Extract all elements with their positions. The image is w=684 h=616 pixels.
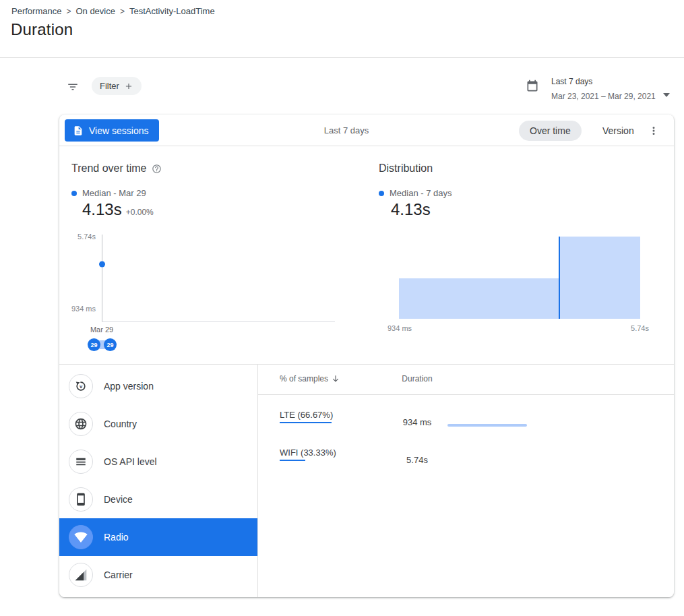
duration-card: View sessions Last 7 days Over time Vers… (59, 115, 674, 597)
breakdown-table-header: % of samples Duration (258, 365, 674, 395)
svg-text:v: v (80, 383, 83, 390)
sidebar-item-radio[interactable]: Radio (59, 518, 257, 556)
breadcrumb: Performance > On device > TestActivity-L… (11, 6, 215, 16)
sidebar-item-device[interactable]: Device (59, 481, 257, 518)
help-icon[interactable] (152, 164, 162, 174)
breadcrumb-trace-name: TestActivity-LoadTime (129, 6, 215, 16)
tab-version[interactable]: Version (592, 121, 645, 141)
histogram-bar-wifi (559, 237, 640, 319)
date-preset-label: Last 7 days (551, 77, 592, 86)
breakdown-sidebar: v App version Country OS API level (59, 365, 258, 597)
sidebar-item-carrier[interactable]: Carrier (59, 556, 257, 594)
trend-median-value: 4.13s +0.00% (82, 200, 154, 219)
globe-icon (69, 412, 93, 436)
date-range-label: Mar 23, 2021 – Mar 29, 2021 (551, 92, 656, 101)
sidebar-item-country[interactable]: Country (59, 405, 257, 443)
trend-section-title: Trend over time (71, 162, 162, 175)
api-level-icon (69, 450, 93, 474)
trend-value-text: 4.13s (82, 200, 122, 219)
device-icon (69, 487, 93, 512)
date-range-picker[interactable]: Last 7 days Mar 23, 2021 – Mar 29, 2021 (522, 71, 674, 105)
sidebar-item-label: App version (104, 381, 154, 392)
sidebar-item-app-version[interactable]: v App version (59, 367, 257, 405)
histogram-bar-lte (399, 278, 559, 319)
duration-range-bar (447, 424, 527, 427)
sidebar-item-os-api-level[interactable]: OS API level (59, 443, 257, 481)
trend-y-axis-max: 5.74s (63, 233, 96, 241)
legend-dot-icon (71, 191, 77, 196)
legend-dot-icon (379, 191, 384, 196)
filter-chip[interactable]: Filter (92, 77, 142, 95)
distribution-legend-label: Median - 7 days (390, 188, 452, 198)
sidebar-item-label: Carrier (104, 569, 133, 580)
sidebar-item-label: Device (104, 494, 133, 505)
trend-line-chart (102, 235, 335, 322)
sort-arrow-down-icon (331, 374, 340, 383)
histogram-median-line (559, 237, 560, 319)
page-title: Duration (11, 20, 73, 39)
trend-y-axis-min: 934 ms (63, 305, 96, 313)
distribution-section-title: Distribution (379, 162, 433, 175)
trend-x-tick-label: Mar 29 (82, 326, 122, 334)
column-header-duration: Duration (394, 374, 441, 383)
breakdown-section: v App version Country OS API level (59, 364, 674, 597)
samples-percent-bar (280, 460, 357, 461)
samples-header-label: % of samples (280, 374, 328, 383)
sidebar-item-label: Radio (104, 532, 129, 543)
breakdown-table: % of samples Duration LTE (66.67%) 934 m… (258, 365, 674, 597)
header-divider (0, 57, 684, 58)
breadcrumb-separator: > (120, 7, 125, 16)
card-header: View sessions Last 7 days Over time Vers… (59, 115, 674, 146)
trend-delta-badge: +0.00% (126, 208, 154, 217)
radio-wifi-icon (69, 525, 93, 549)
overflow-menu-icon[interactable] (644, 121, 663, 140)
trend-legend-label: Median - Mar 29 (82, 188, 146, 198)
filter-list-icon[interactable] (64, 78, 82, 96)
timeline-range-handle-end[interactable]: 29 (104, 338, 117, 351)
card-period-label: Last 7 days (324, 125, 369, 135)
view-sessions-button[interactable]: View sessions (65, 119, 159, 142)
distribution-median-value: 4.13s (391, 200, 431, 219)
sessions-document-icon (73, 125, 84, 136)
breadcrumb-on-device[interactable]: On device (75, 6, 115, 16)
row-label-lte: LTE (66.67%) (280, 410, 333, 420)
plus-icon (124, 82, 133, 91)
timeline-range-handle-start[interactable]: 29 (88, 338, 100, 351)
trend-x-axis-line (102, 321, 335, 322)
app-version-icon: v (69, 374, 93, 398)
breadcrumb-performance[interactable]: Performance (11, 6, 61, 16)
trend-y-axis-line (102, 235, 102, 322)
carrier-signal-icon (69, 563, 93, 587)
distribution-x-axis-max: 5.74s (612, 324, 649, 332)
column-header-samples[interactable]: % of samples (280, 374, 340, 383)
tab-over-time-label: Over time (530, 125, 571, 136)
row-duration-lte: 934 ms (394, 417, 441, 427)
samples-percent-bar (280, 422, 357, 423)
chevron-down-icon (663, 88, 670, 100)
row-label-wifi: WIFI (33.33%) (280, 448, 336, 458)
row-duration-wifi: 5.74s (394, 455, 441, 465)
distribution-x-axis-min: 934 ms (387, 324, 412, 332)
trend-legend: Median - Mar 29 (71, 188, 146, 198)
tab-version-label: Version (602, 125, 634, 136)
sidebar-item-label: Country (104, 419, 137, 429)
calendar-icon (526, 80, 539, 96)
distribution-legend: Median - 7 days (379, 188, 452, 198)
trend-median-point (99, 261, 105, 267)
breadcrumb-separator: > (66, 7, 71, 16)
filter-chip-label: Filter (100, 81, 119, 91)
tab-over-time[interactable]: Over time (519, 121, 582, 141)
sidebar-item-label: OS API level (104, 456, 157, 467)
distribution-histogram (399, 237, 640, 319)
view-sessions-label: View sessions (89, 125, 148, 136)
trend-title-text: Trend over time (71, 162, 146, 175)
